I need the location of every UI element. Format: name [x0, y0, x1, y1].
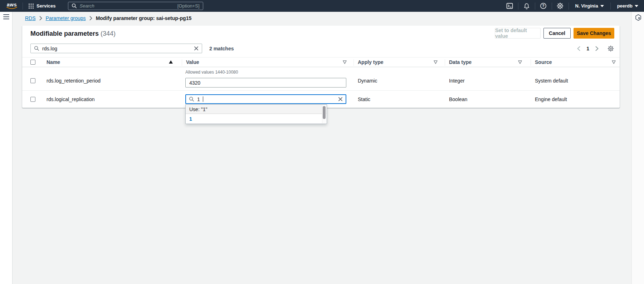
pagination: 1: [577, 44, 614, 53]
services-grid-icon: [28, 3, 34, 9]
account-menu[interactable]: peerdb: [615, 3, 640, 9]
help-icon[interactable]: ?: [540, 2, 547, 10]
breadcrumb-rds-link[interactable]: RDS: [25, 15, 36, 21]
data-type-value: Boolean: [449, 96, 467, 102]
data-type-value: Integer: [449, 78, 465, 84]
chevron-down-icon: [600, 5, 604, 7]
apply-type-value: Dynamic: [358, 78, 377, 84]
right-rail: [631, 12, 644, 284]
value-input[interactable]: [185, 78, 346, 88]
breadcrumb-parameter-groups-link[interactable]: Parameter groups: [46, 15, 86, 21]
column-header-source[interactable]: Source: [535, 59, 552, 65]
search-icon: [189, 96, 194, 102]
breadcrumb-chevron-icon: [39, 16, 42, 20]
breadcrumb: RDS Parameter groups Modify parameter gr…: [25, 15, 191, 21]
parameter-filter-box: [30, 44, 202, 53]
apply-type-value: Static: [358, 96, 370, 102]
source-filter-icon[interactable]: [612, 60, 616, 64]
clear-filter-icon[interactable]: [194, 46, 199, 51]
global-search-input[interactable]: Search [Option+S]: [68, 2, 203, 10]
row-divider: [22, 90, 620, 91]
previous-page-icon[interactable]: [577, 46, 580, 51]
search-icon: [34, 46, 39, 51]
nav-divider: [569, 3, 569, 10]
chevron-down-icon: [635, 5, 638, 7]
clear-value-icon[interactable]: [338, 97, 343, 101]
parameter-count: (344): [101, 30, 116, 37]
search-shortcut-hint: [Option+S]: [177, 3, 200, 9]
dropdown-scrollbar-thumb[interactable]: [323, 106, 326, 119]
save-changes-button[interactable]: Save Changes: [574, 28, 614, 39]
table-preferences-icon[interactable]: [608, 45, 614, 52]
parameter-filter-input[interactable]: [42, 46, 191, 51]
combobox-typed-text: 1: [197, 96, 200, 102]
top-navigation-bar: aws Services Search [Option+S] ? N. Virg…: [0, 0, 644, 12]
region-selector[interactable]: N. Virginia: [573, 3, 606, 9]
hamburger-menu-icon[interactable]: [3, 14, 9, 19]
modifiable-parameters-panel: Modifiable parameters (344) Set to defau…: [22, 26, 620, 108]
page-title-text: Modifiable parameters: [30, 30, 99, 37]
select-all-checkbox[interactable]: [30, 60, 35, 65]
nav-divider: [610, 3, 611, 10]
breadcrumb-chevron-icon: [89, 16, 92, 20]
search-icon: [72, 3, 77, 9]
settings-gear-icon[interactable]: [556, 2, 564, 10]
set-to-default-button[interactable]: Set to default value: [495, 28, 541, 39]
allowed-values-hint: Allowed values 1440-10080: [185, 70, 238, 75]
aws-logo[interactable]: aws: [5, 3, 19, 9]
left-sidebar: [0, 12, 13, 284]
services-menu-button[interactable]: Services: [27, 3, 57, 9]
dropdown-option-use-typed[interactable]: Use: "1": [186, 105, 327, 114]
column-header-value[interactable]: Value: [186, 59, 199, 65]
next-page-icon[interactable]: [595, 46, 599, 51]
column-divider: [353, 59, 354, 66]
source-value: Engine default: [535, 96, 567, 102]
nav-right-group: ? N. Virginia peerdb: [506, 0, 644, 12]
column-divider: [445, 59, 445, 66]
aws-logo-smile: [6, 7, 17, 9]
nav-divider: [23, 3, 23, 10]
data-type-filter-icon[interactable]: [518, 60, 522, 64]
current-page-number[interactable]: 1: [586, 46, 589, 51]
apply-type-filter-icon[interactable]: [434, 60, 438, 64]
column-header-apply-type[interactable]: Apply type: [358, 59, 384, 65]
value-combobox-input[interactable]: 1: [185, 94, 346, 104]
column-header-data-type[interactable]: Data type: [449, 59, 472, 65]
svg-text:?: ?: [542, 4, 544, 8]
match-count: 2 matches: [209, 46, 234, 51]
dropdown-scrollbar-track[interactable]: [322, 105, 326, 123]
nav-divider: [518, 3, 518, 10]
region-label: N. Virginia: [575, 3, 598, 9]
parameter-name: rds.logical_replication: [47, 96, 95, 102]
column-divider: [182, 59, 182, 66]
row-checkbox[interactable]: [30, 97, 35, 102]
value-autocomplete-dropdown: Use: "1" 1: [185, 104, 327, 124]
notifications-bell-icon[interactable]: [523, 2, 531, 10]
side-panel-toggle-icon[interactable]: [635, 14, 642, 21]
account-label: peerdb: [617, 3, 633, 9]
value-filter-icon[interactable]: [343, 60, 347, 64]
sort-ascending-icon[interactable]: [169, 60, 173, 64]
breadcrumb-current-page: Modify parameter group: sai-setup-pg15: [96, 15, 192, 21]
column-divider: [531, 59, 531, 66]
aws-logo-text: aws: [7, 3, 17, 7]
nav-divider: [535, 3, 535, 10]
nav-divider: [552, 3, 552, 10]
parameter-name: rds.log_retention_period: [47, 78, 101, 84]
dropdown-option-1[interactable]: 1: [186, 114, 327, 124]
cancel-button[interactable]: Cancel: [543, 28, 571, 39]
page-title: Modifiable parameters (344): [30, 30, 116, 38]
cloudshell-icon[interactable]: [506, 2, 514, 10]
text-cursor: [203, 96, 203, 102]
column-header-name[interactable]: Name: [47, 59, 60, 65]
services-label: Services: [36, 3, 56, 9]
search-placeholder: Search: [80, 3, 175, 9]
source-value: System default: [535, 78, 568, 84]
table-header-row: Name Value Apply type Data type Source: [22, 57, 620, 67]
row-checkbox[interactable]: [30, 78, 35, 83]
